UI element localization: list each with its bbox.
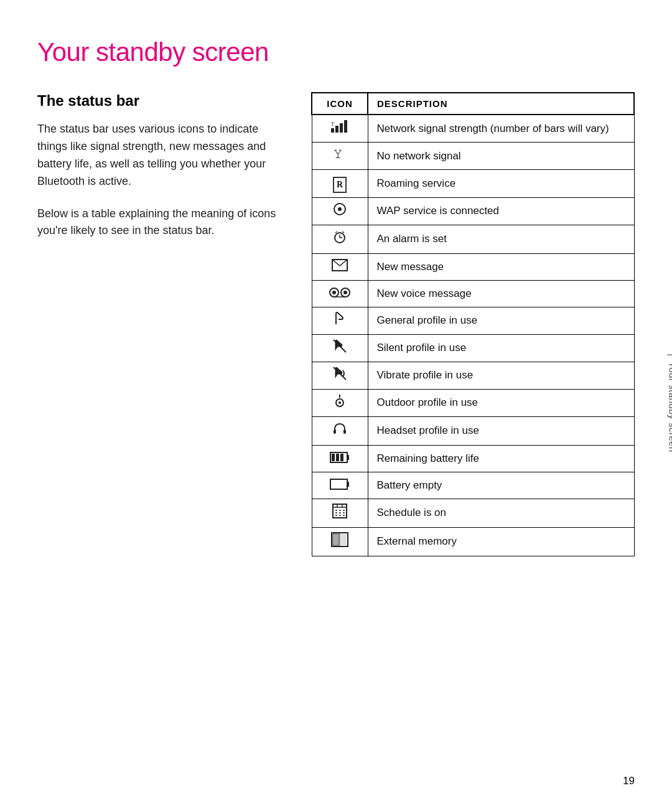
icon-cell-roaming: R [312, 170, 368, 198]
icon-cell-message [312, 253, 368, 280]
svg-rect-1 [335, 126, 338, 133]
icon-cell-external_memory [312, 527, 368, 556]
icon-cell-schedule [312, 499, 368, 527]
icon-cell-battery_life [312, 445, 368, 472]
svg-rect-30 [340, 454, 343, 461]
icon-cell-vibrate_profile [312, 362, 368, 389]
table-row: 𝚈 No network signal [312, 143, 634, 170]
sidebar-label: Your standby screen [668, 354, 672, 452]
svg-rect-50 [334, 535, 338, 545]
section-heading: The status bar [37, 92, 286, 110]
table-row: Vibrate profile in use [312, 362, 634, 389]
svg-text:T: T [331, 121, 335, 127]
icon-cell-alarm [312, 225, 368, 253]
table-row: General profile in use [312, 307, 634, 334]
icon-cell-outdoor_profile [312, 389, 368, 416]
description-cell-4: An alarm is set [368, 225, 634, 253]
table-row: RRoaming service [312, 170, 634, 198]
table-row: Remaining battery life [312, 445, 634, 472]
svg-line-12 [342, 232, 344, 233]
description-cell-9: Vibrate profile in use [368, 362, 634, 389]
svg-rect-48 [341, 534, 347, 545]
svg-rect-28 [332, 454, 335, 461]
svg-rect-27 [347, 455, 349, 460]
table-row: Silent profile in use [312, 334, 634, 362]
description-cell-3: WAP service is connected [368, 197, 634, 225]
table-row: New message [312, 253, 634, 280]
svg-point-7 [338, 207, 342, 211]
svg-rect-0 [331, 128, 334, 133]
page-title: Your standby screen [37, 37, 635, 67]
svg-rect-32 [347, 482, 349, 487]
description-cell-0: Network signal strength (number of bars … [368, 115, 634, 143]
table-row: Outdoor profile in use [312, 389, 634, 416]
svg-rect-2 [340, 123, 343, 133]
description-cell-10: Outdoor profile in use [368, 389, 634, 416]
right-panel: ICON DESCRIPTION T Network signal streng… [311, 92, 635, 556]
icon-cell-voicemail [312, 280, 368, 307]
description-cell-2: Roaming service [368, 170, 634, 198]
description-cell-8: Silent profile in use [368, 334, 634, 362]
svg-rect-24 [334, 429, 336, 434]
table-row: External memory [312, 527, 634, 556]
page-number: 19 [623, 775, 635, 787]
svg-point-22 [338, 401, 341, 404]
icon-cell-no_signal: 𝚈 [312, 143, 368, 170]
icon-cell-headset_profile [312, 416, 368, 445]
svg-text:𝚈: 𝚈 [334, 147, 342, 161]
left-panel: The status bar The status bar uses vario… [37, 92, 286, 255]
description-cell-6: New voice message [368, 280, 634, 307]
description-cell-13: Battery empty [368, 472, 634, 499]
svg-rect-3 [344, 120, 347, 133]
table-header-description: DESCRIPTION [368, 93, 634, 115]
icon-cell-signal_bars: T [312, 115, 368, 143]
table-row: Battery empty [312, 472, 634, 499]
body-text-1: The status bar uses various icons to ind… [37, 121, 286, 190]
table-row: Schedule is on [312, 499, 634, 527]
status-icons-table: ICON DESCRIPTION T Network signal streng… [311, 92, 635, 556]
svg-rect-29 [336, 454, 339, 461]
table-header-icon: ICON [312, 93, 368, 115]
description-cell-14: Schedule is on [368, 499, 634, 527]
table-row: WAP service is connected [312, 197, 634, 225]
body-text-2: Below is a table explaining the meaning … [37, 205, 286, 240]
svg-rect-25 [343, 429, 346, 434]
table-row: New voice message [312, 280, 634, 307]
table-row: T Network signal strength (number of bar… [312, 115, 634, 143]
icon-cell-battery_empty [312, 472, 368, 499]
description-cell-11: Headset profile in use [368, 416, 634, 445]
svg-point-17 [343, 291, 347, 294]
description-cell-15: External memory [368, 527, 634, 556]
svg-line-11 [335, 232, 337, 233]
table-row: An alarm is set [312, 225, 634, 253]
description-cell-12: Remaining battery life [368, 445, 634, 472]
description-cell-7: General profile in use [368, 307, 634, 334]
description-cell-1: No network signal [368, 143, 634, 170]
description-cell-5: New message [368, 253, 634, 280]
content-area: The status bar The status bar uses vario… [37, 92, 635, 556]
svg-point-16 [332, 291, 336, 294]
svg-rect-31 [330, 479, 347, 489]
icon-cell-wap [312, 197, 368, 225]
icon-cell-silent_profile [312, 334, 368, 362]
table-row: Headset profile in use [312, 416, 634, 445]
icon-cell-general_profile [312, 307, 368, 334]
